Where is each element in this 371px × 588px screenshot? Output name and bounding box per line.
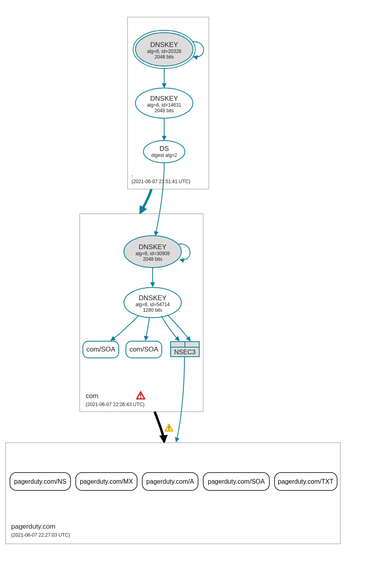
warning-icon [165,424,173,431]
node-root-dnskey-zsk: DNSKEY alg=8, id=14631 2048 bits [135,88,193,118]
svg-rect-12 [140,394,141,397]
svg-text:NSEC3: NSEC3 [174,349,195,356]
svg-text:DNSKEY: DNSKEY [150,41,178,49]
zone-name-root: . [132,170,133,178]
edge-com-to-pagerduty-delegation [155,412,164,442]
node-com-nsec3: NSEC3 [171,342,199,357]
svg-text:DNSKEY: DNSKEY [139,294,167,302]
svg-text:pagerduty.com/TXT: pagerduty.com/TXT [278,478,334,485]
svg-rect-30 [169,426,169,429]
error-icon [137,392,145,399]
zone-ts-root: (2021-06-07 21:51:41 UTC) [132,179,190,184]
svg-text:1280 bits: 1280 bits [143,307,163,313]
svg-text:digest alg=2: digest alg=2 [151,152,177,158]
svg-text:alg=8, id=30909: alg=8, id=30909 [135,251,170,256]
svg-text:pagerduty.com/A: pagerduty.com/A [146,478,194,485]
node-pagerduty-a: pagerduty.com/A [142,473,198,490]
svg-text:2048 bits: 2048 bits [155,54,174,60]
edge-com-zsk-soa1 [111,316,139,340]
edge-nsec3-to-pagerduty [176,357,185,442]
node-root-ds: DS digest alg=2 [143,141,185,163]
svg-text:pagerduty.com/SOA: pagerduty.com/SOA [208,478,265,485]
node-com-dnskey-zsk: DNSKEY alg=8, id=54714 1280 bits [124,287,181,318]
zone-box-pagerduty [6,443,340,544]
node-com-dnskey-ksk: DNSKEY alg=8, id=30909 2048 bits [124,236,181,268]
zone-name-pagerduty: pagerduty.com [11,523,55,530]
svg-text:DS: DS [159,145,169,152]
node-pagerduty-soa: pagerduty.com/SOA [203,473,269,490]
svg-rect-31 [169,430,169,430]
svg-text:pagerduty.com/NS: pagerduty.com/NS [14,478,66,485]
edge-com-zsk-soa2 [145,317,149,340]
svg-text:DNSKEY: DNSKEY [150,95,178,102]
zone-name-com: com [86,392,98,400]
edge-root-to-com-delegation [140,189,151,213]
node-com-soa-2: com/SOA [126,341,162,358]
svg-text:com/SOA: com/SOA [86,346,116,353]
node-pagerduty-txt: pagerduty.com/TXT [275,473,337,490]
svg-text:alg=8, id=14631: alg=8, id=14631 [147,102,181,108]
node-com-soa-1: com/SOA [83,341,119,358]
svg-text:alg=8, id=54714: alg=8, id=54714 [135,302,170,307]
svg-text:DNSKEY: DNSKEY [139,243,167,251]
edge-com-zsk-nsec3-b [167,315,190,341]
edge-root-ds-to-com-ksk [155,163,164,236]
zone-ts-com: (2021-06-07 22:26:43 UTC) [86,402,144,407]
svg-text:pagerduty.com/MX: pagerduty.com/MX [80,478,133,485]
zone-ts-pagerduty: (2021-06-07 22:27:03 UTC) [11,532,70,538]
node-pagerduty-mx: pagerduty.com/MX [76,473,137,490]
node-pagerduty-ns: pagerduty.com/NS [10,473,71,490]
svg-rect-13 [140,397,141,399]
svg-text:2048 bits: 2048 bits [143,256,163,262]
svg-text:com/SOA: com/SOA [130,346,159,353]
edge-com-zsk-nsec3-a [161,316,179,341]
svg-text:2048 bits: 2048 bits [155,108,174,113]
svg-text:alg=8, id=20326: alg=8, id=20326 [147,49,181,54]
node-root-dnskey-ksk: DNSKEY alg=8, id=20326 2048 bits [133,30,195,68]
